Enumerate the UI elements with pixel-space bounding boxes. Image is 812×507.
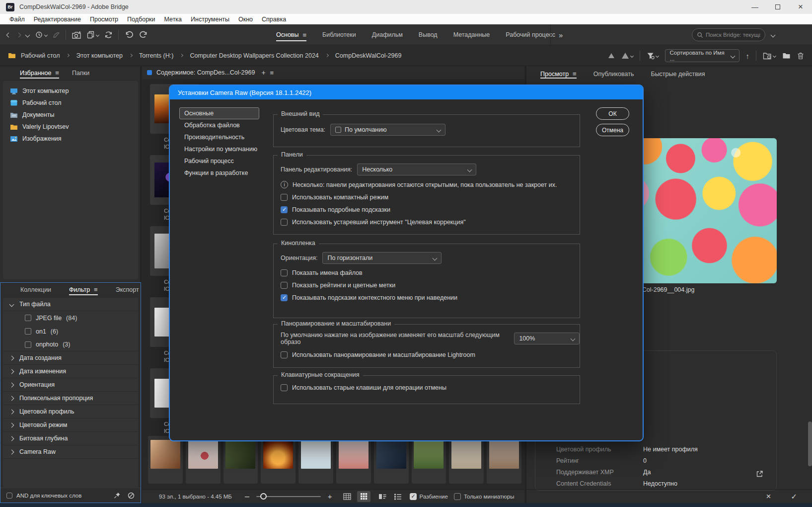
tab-folders[interactable]: Папки [72, 66, 89, 80]
checkbox-icon[interactable] [25, 315, 31, 321]
breadcrumb-item[interactable]: Рабочий стол [21, 52, 60, 59]
filter-rating-icon[interactable] [608, 53, 615, 59]
show-filenames-option[interactable]: Показать имена файлов [274, 269, 580, 276]
tab-favorites[interactable]: Избранное≡ [20, 66, 59, 80]
breadcrumb-item[interactable]: Этот компьютер [76, 52, 122, 59]
zoom-in-icon[interactable]: + [328, 492, 332, 501]
thumbnail-cell[interactable] [412, 436, 446, 484]
clear-filter-icon[interactable] [128, 492, 135, 499]
filter-option-onphoto[interactable]: onphoto (3) [3, 338, 138, 351]
slider-knob[interactable] [260, 493, 267, 500]
checkbox-icon[interactable] [281, 206, 288, 213]
dialog-nav-tech-previews[interactable]: Функции в разработке [179, 167, 259, 179]
checkbox-icon[interactable] [281, 351, 288, 358]
sort-dropdown[interactable]: Сортировать по Имя ... [665, 49, 739, 62]
dialog-nav-workflow[interactable]: Рабочий процесс [179, 155, 259, 167]
thumbnail-cell[interactable] [261, 436, 295, 484]
new-folder-icon[interactable] [782, 52, 791, 59]
add-tab-icon[interactable]: + [261, 69, 265, 77]
workspace-tab-filmstrip[interactable]: Диафильм [372, 24, 403, 45]
legacy-targeted-adjustment-option[interactable]: Использовать устаревший инструмент "Целе… [274, 219, 580, 226]
thumbnail-cell[interactable] [449, 436, 484, 484]
edit-panel-select[interactable]: Несколько [357, 164, 476, 175]
accept-icon[interactable]: ✓ [791, 492, 797, 501]
filter-option-on1[interactable]: on1 (6) [3, 325, 138, 338]
ok-button[interactable]: ОК [596, 107, 629, 120]
menu-file[interactable]: Файл [5, 16, 29, 23]
dialog-nav-general[interactable]: Основные [179, 107, 259, 119]
thumbnail-size-slider[interactable] [256, 496, 321, 497]
thumbnails-only-toggle[interactable]: Только миниатюры [454, 493, 515, 500]
thumbnail-cell[interactable] [186, 436, 221, 484]
default-zoom-select[interactable]: 100% [514, 333, 580, 344]
favorites-item-desktop[interactable]: Рабочий стол [3, 97, 138, 109]
filter-group-date-modified[interactable]: Дата изменения [3, 365, 138, 378]
dialog-titlebar[interactable]: Установки Camera Raw (Версия 18.1.1.2422… [170, 85, 643, 99]
search-scope-chevron-icon[interactable] [771, 32, 776, 37]
checkbox-icon[interactable] [281, 194, 288, 201]
hover-context-menu-option[interactable]: Показывать подсказки контекстного меню п… [274, 294, 580, 301]
search-input[interactable] [706, 32, 760, 38]
thumbnail-cell[interactable] [374, 436, 409, 484]
thumbnail-cell[interactable] [148, 436, 183, 484]
checkbox-icon[interactable] [25, 341, 31, 348]
show-ratings-labels-option[interactable]: Показать рейтинги и цветные метки [274, 282, 580, 289]
filter-group-orientation[interactable]: Ориентация [3, 378, 138, 392]
thumbnail-cell[interactable] [336, 436, 371, 484]
dialog-nav-performance[interactable]: Производительность [179, 131, 259, 143]
menu-window[interactable]: Окно [234, 16, 257, 23]
breadcrumb-item[interactable]: Torrents (H:) [139, 52, 173, 59]
menu-stacks[interactable]: Подборки [123, 16, 159, 23]
checkbox-icon[interactable] [281, 294, 288, 301]
filter-option-jpeg[interactable]: JPEG file (84) [3, 311, 138, 325]
panel-menu-icon[interactable]: ≡ [94, 286, 98, 293]
zoom-out-icon[interactable]: – [245, 492, 249, 501]
lightroom-pan-zoom-option[interactable]: Использовать панорамирование и масштабир… [274, 351, 580, 358]
list-view-icon[interactable] [394, 493, 402, 500]
scrollbar-thumb[interactable] [808, 422, 812, 466]
tab-preview[interactable]: Просмотр≡ [540, 68, 577, 80]
recent-files-icon[interactable] [763, 52, 776, 60]
workspace-overflow-icon[interactable]: » [559, 24, 563, 45]
menu-tools[interactable]: Инструменты [186, 16, 234, 23]
rotate-ccw-icon[interactable] [124, 31, 134, 39]
copy-files-icon[interactable] [87, 31, 99, 39]
menu-view[interactable]: Просмотр [85, 16, 123, 23]
cancel-button[interactable]: Отмена [596, 124, 629, 136]
and-keywords-checkbox[interactable] [6, 493, 12, 499]
breadcrumb-item[interactable]: Computer Desktop Wallpapers Collection 2… [190, 52, 318, 59]
maximize-icon[interactable] [766, 0, 789, 14]
thumbnail-cell[interactable] [487, 436, 521, 484]
minimize-icon[interactable]: — [743, 0, 766, 14]
grid-view-icon[interactable] [343, 493, 351, 500]
tab-filter[interactable]: Фильтр≡ [69, 283, 98, 296]
compact-mode-option[interactable]: Использовать компактный режим [274, 194, 580, 201]
refresh-icon[interactable] [104, 31, 113, 39]
rotate-cw-icon[interactable] [139, 31, 148, 39]
filter-group-file-type[interactable]: Тип файла [3, 298, 138, 311]
checkbox-icon[interactable] [25, 328, 31, 335]
import-camera-icon[interactable] [72, 31, 81, 39]
history-clock-icon[interactable] [35, 31, 47, 39]
filter-funnel-icon[interactable] [647, 52, 659, 60]
workspace-tab-metadata[interactable]: Метаданные [453, 24, 490, 45]
nav-dropdown-icon[interactable] [25, 32, 30, 37]
checkbox-icon[interactable] [454, 493, 461, 500]
dialog-nav-defaults[interactable]: Настройки по умолчанию [179, 143, 259, 155]
thumbnail-cell[interactable] [223, 436, 258, 484]
panel-menu-icon[interactable]: ≡ [55, 69, 59, 77]
color-theme-select[interactable]: По умолчанию [330, 124, 445, 136]
tab-collections[interactable]: Коллекции [20, 283, 51, 296]
favorites-item-user-folder[interactable]: Valeriy Lipovtsev [3, 121, 138, 133]
filter-group-aspect-ratio[interactable]: Попиксельная пропорция [3, 392, 138, 405]
sort-ascending-icon[interactable]: ↑ [746, 52, 750, 60]
pin-icon[interactable] [114, 492, 121, 499]
menu-help[interactable]: Справка [257, 16, 291, 23]
detailed-tooltips-option[interactable]: Показывать подробные подсказки [274, 206, 580, 213]
checkbox-icon[interactable] [410, 493, 417, 500]
checkbox-icon[interactable] [281, 384, 288, 391]
tab-quick-actions[interactable]: Быстрые действия [651, 68, 705, 80]
filter-group-color-profile[interactable]: Цветовой профиль [3, 405, 138, 419]
search-input-box[interactable] [692, 28, 765, 41]
workspace-menu-icon[interactable]: ≡ [302, 31, 306, 39]
